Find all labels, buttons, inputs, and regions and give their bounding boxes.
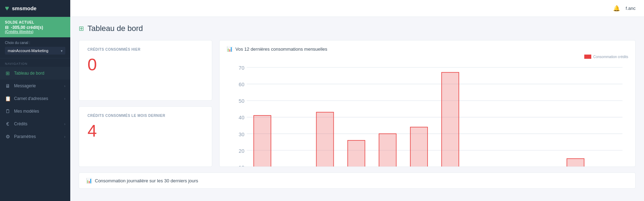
sidebar-canal: Choix du canal : mainAccount-Marketing: [0, 37, 70, 58]
chart-container: 📊 Vos 12 dernières consommations mensuel…: [219, 40, 636, 167]
page-title-row: ⊞ Tableau de bord: [79, 24, 636, 33]
stat-card-last-month: CRÉDITS CONSOMMÉS LE MOIS DERNIER 4: [79, 106, 212, 167]
sidebar-item-label: Messagerie: [14, 83, 36, 88]
chevron-icon: ›: [64, 84, 65, 88]
main-container: 🔔 f.anc ⊞ Tableau de bord CRÉDITS CONSOM…: [70, 0, 644, 201]
canal-select-wrapper[interactable]: mainAccount-Marketing: [5, 47, 65, 55]
svg-rect-16: [254, 115, 271, 167]
stat-card-label: CRÉDITS CONSOMMÉS LE MOIS DERNIER: [87, 114, 203, 118]
bottom-section-icon: 📊: [86, 178, 92, 183]
svg-text:20: 20: [239, 148, 244, 154]
modeles-icon: 🗒: [5, 108, 11, 114]
notification-icon[interactable]: 🔔: [613, 5, 620, 12]
canal-label: Choix du canal :: [5, 41, 65, 45]
sidebar-item-parametres[interactable]: ⚙ Paramètres ›: [0, 130, 70, 143]
stat-card-value: 4: [87, 123, 203, 139]
stat-card-value: 0: [87, 56, 203, 73]
svg-rect-22: [348, 140, 365, 167]
dashboard-grid: CRÉDITS CONSOMMÉS HIER 0 CRÉDITS CONSOMM…: [79, 40, 636, 167]
chart-legend: Consommation crédits: [227, 55, 628, 59]
dashboard-icon: ⊞: [5, 70, 11, 76]
sidebar-item-label: Tableau de bord: [14, 71, 44, 76]
chevron-icon: ›: [64, 135, 65, 139]
legend-color-box: [584, 55, 591, 59]
sidebar-item-carnet-adresses[interactable]: 📋 Carnet d'adresses ›: [0, 92, 70, 105]
svg-text:30: 30: [239, 131, 244, 137]
chevron-icon: ›: [64, 122, 65, 126]
balance-label: SOLDE ACTUEL: [5, 20, 65, 24]
user-name[interactable]: f.anc: [626, 6, 636, 11]
chevron-icon: ›: [64, 97, 65, 101]
messagerie-icon: 🖥: [5, 83, 11, 89]
balance-icon: ⊟: [5, 25, 8, 30]
svg-rect-36: [567, 159, 584, 167]
stat-card-yesterday: CRÉDITS CONSOMMÉS HIER 0: [79, 40, 212, 101]
sidebar-balance: SOLDE ACTUEL ⊟ -305,00 crédit(s) (Crédit…: [0, 17, 70, 37]
nav-section-label: NAVIGATION: [0, 58, 70, 67]
sidebar-logo[interactable]: ♥ smsmode: [0, 0, 70, 17]
svg-text:60: 60: [239, 82, 244, 87]
carnet-icon: 📋: [5, 96, 11, 101]
sidebar-item-credits[interactable]: € Crédits ›: [0, 118, 70, 130]
credits-icon: €: [5, 121, 11, 127]
sidebar-item-label: Paramètres: [14, 134, 36, 139]
sidebar-item-messagerie[interactable]: 🖥 Messagerie ›: [0, 80, 70, 92]
svg-rect-28: [442, 73, 459, 167]
sidebar-item-label: Mes modèles: [14, 109, 39, 114]
bottom-section: 📊 Consommation journalière sur les 30 de…: [79, 172, 636, 189]
svg-rect-24: [379, 134, 396, 167]
stat-card-label: CRÉDITS CONSOMMÉS HIER: [87, 48, 203, 51]
sidebar: ♥ smsmode SOLDE ACTUEL ⊟ -305,00 crédit(…: [0, 0, 70, 201]
svg-text:10: 10: [239, 165, 244, 167]
chart-icon: 📊: [227, 46, 233, 52]
svg-text:50: 50: [239, 98, 244, 104]
bottom-section-text: Consommation journalière sur les 30 dern…: [95, 178, 198, 183]
page-title-icon: ⊞: [79, 25, 84, 32]
logo-icon: ♥: [5, 4, 9, 12]
chart-title: Vos 12 dernières consommations mensuelle…: [235, 46, 327, 52]
content-area: ⊞ Tableau de bord CRÉDITS CONSOMMÉS HIER…: [70, 17, 644, 201]
svg-text:40: 40: [239, 115, 244, 120]
balance-amount: ⊟ -305,00 crédit(s): [5, 25, 65, 30]
top-bar: 🔔 f.anc: [70, 0, 644, 17]
sidebar-item-label: Crédits: [14, 121, 27, 126]
svg-rect-20: [316, 112, 333, 167]
sidebar-item-mes-modeles[interactable]: 🗒 Mes modèles: [0, 105, 70, 118]
chart-area: 010203040506070août 18sept. 18oct. 18nov…: [227, 62, 628, 167]
legend-label: Consommation crédits: [593, 55, 628, 59]
canal-select[interactable]: mainAccount-Marketing: [5, 47, 65, 55]
parametres-icon: ⚙: [5, 134, 11, 139]
page-title: Tableau de bord: [87, 24, 143, 33]
svg-text:70: 70: [239, 65, 244, 71]
sidebar-item-label: Carnet d'adresses: [14, 96, 48, 101]
cards-column: CRÉDITS CONSOMMÉS HIER 0 CRÉDITS CONSOMM…: [79, 40, 212, 167]
balance-sub: (Crédits illimités): [5, 30, 65, 34]
logo-text: smsmode: [12, 5, 37, 11]
svg-rect-26: [410, 127, 428, 167]
chart-title-row: 📊 Vos 12 dernières consommations mensuel…: [227, 46, 628, 52]
sidebar-item-tableau-de-bord[interactable]: ⊞ Tableau de bord: [0, 67, 70, 80]
bar-chart-svg: 010203040506070août 18sept. 18oct. 18nov…: [227, 62, 628, 167]
